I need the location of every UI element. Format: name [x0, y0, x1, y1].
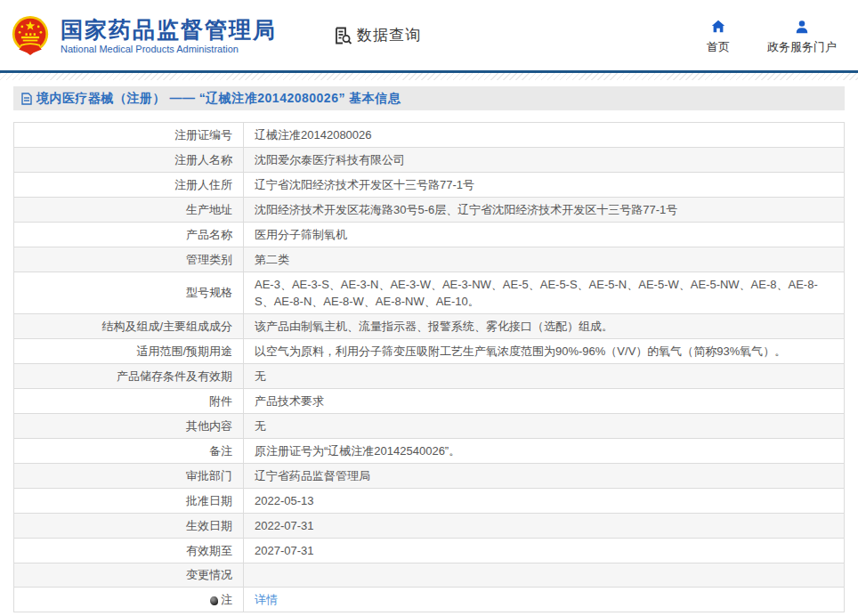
nav-gov-portal-label: 政务服务门户 [767, 39, 837, 55]
table-row: 注册人住所辽宁省沈阳经济技术开发区十三号路77-1号 [14, 173, 844, 198]
row-label: 注册人住所 [14, 173, 244, 197]
row-label: 其他内容 [14, 414, 244, 438]
row-label: 管理类别 [14, 247, 244, 272]
data-query-label: 数据查询 [357, 25, 421, 45]
table-row: 审批部门辽宁省药品监督管理局 [14, 464, 844, 489]
detail-link[interactable]: 详情 [255, 593, 278, 606]
row-value: 原注册证号为“辽械注准20142540026”。 [244, 439, 844, 463]
national-emblem-icon [11, 15, 50, 56]
row-value: 无 [244, 364, 844, 388]
row-value: AE-3、AE-3-S、AE-3-N、AE-3-W、AE-3-NW、AE-5、A… [244, 272, 844, 313]
table-row: 管理类别第二类 [14, 247, 844, 272]
table-row: 注册证编号辽械注准20142080026 [14, 123, 844, 148]
table-row: 变更情况 [14, 563, 844, 588]
table-row: 适用范围/预期用途以空气为原料，利用分子筛变压吸附工艺生产氧浓度范围为90%-9… [14, 339, 844, 364]
row-value: 2027-07-31 [244, 539, 844, 563]
row-value: 以空气为原料，利用分子筛变压吸附工艺生产氧浓度范围为90%-96%（V/V）的氧… [244, 339, 844, 363]
row-label: 注 [14, 588, 244, 612]
row-label: 适用范围/预期用途 [14, 339, 244, 363]
nav-home-label: 首页 [707, 39, 730, 55]
row-label: 变更情况 [14, 563, 244, 587]
data-query-tab[interactable]: 数据查询 [332, 25, 421, 46]
row-label: 型号规格 [14, 272, 244, 313]
table-row: 结构及组成/主要组成成分该产品由制氧主机、流量指示器、报警系统、雾化接口（选配）… [14, 314, 844, 339]
home-icon [710, 19, 726, 35]
nav-gov-portal[interactable]: 政务服务门户 [767, 19, 837, 55]
row-value: 第二类 [244, 247, 844, 272]
main-content: 境内医疗器械（注册） —— “辽械注准20142080026” 基本信息 注册证… [0, 80, 858, 612]
row-label: 注册人名称 [14, 148, 244, 172]
hatch-band [0, 73, 858, 80]
row-value: 沈阳爱尔泰医疗科技有限公司 [244, 148, 844, 172]
row-label: 附件 [14, 389, 244, 413]
page-title: 境内医疗器械（注册） —— “辽械注准20142080026” 基本信息 [36, 91, 401, 107]
row-value: 2022-07-31 [244, 514, 844, 538]
site-title: 国家药品监督管理局 [61, 17, 277, 42]
document-search-icon [332, 25, 353, 46]
row-label: 生产地址 [14, 198, 244, 222]
row-value: 医用分子筛制氧机 [244, 223, 844, 247]
row-value: 2022-05-13 [244, 489, 844, 513]
header: 国家药品监督管理局 National Medical Products Admi… [0, 0, 858, 70]
table-row: 生效日期2022-07-31 [14, 514, 844, 539]
nmpa-logo[interactable]: 国家药品监督管理局 National Medical Products Admi… [11, 15, 277, 56]
row-label: 产品储存条件及有效期 [14, 364, 244, 388]
row-label: 批准日期 [14, 489, 244, 513]
row-value: 辽宁省药品监督管理局 [244, 464, 844, 488]
row-value: 沈阳经济技术开发区花海路30号5-6层、辽宁省沈阳经济技术开发区十三号路77-1… [244, 198, 844, 222]
row-label: 结构及组成/主要组成成分 [14, 314, 244, 338]
row-value: 该产品由制氧主机、流量指示器、报警系统、雾化接口（选配）组成。 [244, 314, 844, 338]
table-row: 其他内容无 [14, 414, 844, 439]
table-row: 批准日期2022-05-13 [14, 489, 844, 514]
row-label: 备注 [14, 439, 244, 463]
row-label: 注册证编号 [14, 123, 244, 147]
top-nav: 首页 政务服务门户 [707, 15, 837, 55]
user-icon [794, 19, 810, 35]
table-row: 生产地址沈阳经济技术开发区花海路30号5-6层、辽宁省沈阳经济技术开发区十三号路… [14, 198, 844, 223]
row-label: 生效日期 [14, 514, 244, 538]
row-value: 产品技术要求 [244, 389, 844, 413]
table-row: 有效期至2027-07-31 [14, 539, 844, 563]
table-row: 备注原注册证号为“辽械注准20142540026”。 [14, 439, 844, 464]
table-row: 产品名称医用分子筛制氧机 [14, 223, 844, 247]
document-icon [21, 93, 32, 105]
row-value: 无 [244, 414, 844, 438]
row-value: 辽械注准20142080026 [244, 123, 844, 147]
site-subtitle: National Medical Products Administration [61, 44, 277, 54]
table-row: 注册人名称沈阳爱尔泰医疗科技有限公司 [14, 148, 844, 173]
row-label: 有效期至 [14, 539, 244, 563]
table-row: 附件产品技术要求 [14, 389, 844, 414]
row-value: 详情 [244, 588, 844, 612]
row-value [244, 563, 844, 587]
table-row: 型号规格AE-3、AE-3-S、AE-3-N、AE-3-W、AE-3-NW、AE… [14, 272, 844, 314]
row-value: 辽宁省沈阳经济技术开发区十三号路77-1号 [244, 173, 844, 197]
row-label: 审批部门 [14, 464, 244, 488]
row-label: 产品名称 [14, 223, 244, 247]
note-icon [210, 596, 218, 605]
info-table: 注册证编号辽械注准20142080026注册人名称沈阳爱尔泰医疗科技有限公司注册… [13, 122, 845, 612]
table-row: 注详情 [14, 588, 844, 612]
nav-home[interactable]: 首页 [707, 19, 730, 55]
breadcrumb: 境内医疗器械（注册） —— “辽械注准20142080026” 基本信息 [13, 86, 845, 110]
table-row: 产品储存条件及有效期无 [14, 364, 844, 389]
